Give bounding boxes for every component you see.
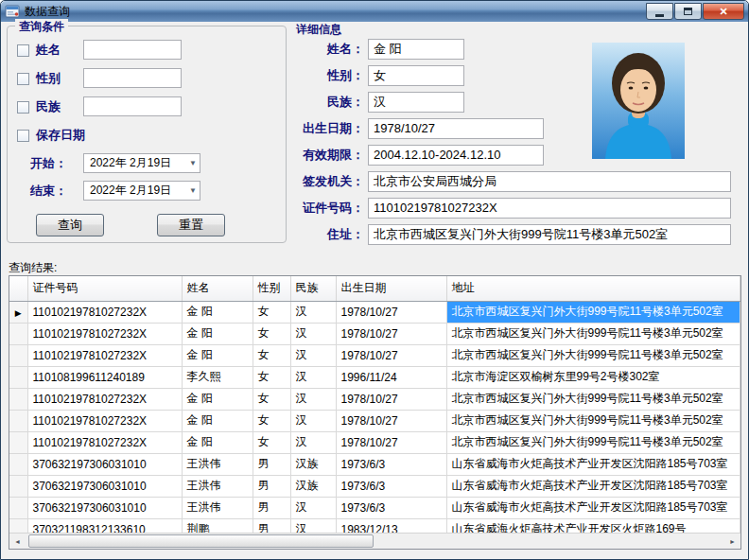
grid-cell[interactable]: 汉 — [290, 344, 336, 366]
grid-cell[interactable]: 女 — [253, 431, 290, 453]
grid-cell[interactable]: 汉 — [290, 410, 336, 431]
grid-cell[interactable]: 北京市西城区复兴门外大街999号院11号楼3单元502室 — [446, 431, 740, 453]
grid-cell[interactable]: 女 — [253, 366, 290, 388]
grid-cell[interactable]: 女 — [253, 344, 290, 366]
grid-cell[interactable]: 汉 — [290, 431, 336, 453]
grid-cell[interactable]: 汉族 — [290, 475, 336, 497]
table-row[interactable]: 11010219781027232X金 阳女汉1978/10/27北京市西城区复… — [9, 410, 740, 431]
grid-cell[interactable]: 北京市西城区复兴门外大街999号院11号楼3单元502室 — [446, 323, 740, 344]
grid-cell[interactable]: 金 阳 — [182, 388, 253, 410]
grid-cell[interactable]: 汉 — [290, 518, 336, 533]
grid-cell[interactable]: 1978/10/27 — [336, 431, 446, 453]
close-button[interactable]: ✕ — [703, 3, 744, 20]
reset-button[interactable]: 重置 — [157, 214, 225, 236]
table-row[interactable]: 370632197306031010王洪伟男汉1973/6/3山东省威海市火炬高… — [9, 497, 740, 518]
row-selector-cell[interactable] — [9, 323, 27, 344]
row-selector-cell[interactable] — [9, 431, 27, 453]
grid-cell[interactable]: 370632197306031010 — [27, 453, 182, 475]
table-row[interactable]: 370632197306031010王洪伟男汉族1973/6/3山东省威海市火炬… — [9, 453, 740, 475]
grid-cell[interactable]: 男 — [253, 518, 290, 533]
table-row[interactable]: 11010219781027232X金 阳女汉1978/10/27北京市西城区复… — [9, 323, 740, 344]
gender-filter-input[interactable] — [83, 68, 182, 88]
grid-cell[interactable]: 王洪伟 — [182, 453, 253, 475]
grid-cell[interactable]: 男 — [253, 453, 290, 475]
grid-cell[interactable]: 北京市西城区复兴门外大街999号院11号楼3单元502室 — [446, 388, 740, 410]
table-row[interactable]: 370321198312133610荆鹏男汉1983/12/13山东省威海火炬高… — [9, 518, 740, 533]
birthdate-field[interactable]: 1978/10/27 — [368, 118, 544, 139]
validity-field[interactable]: 2004.12.10-2024.12.10 — [368, 145, 544, 166]
grid-cell[interactable]: 汉 — [290, 323, 336, 344]
grid-cell[interactable]: 山东省威海市火炬高技术产业开发区沈阳路185号703室 — [446, 497, 740, 518]
table-row[interactable]: 11010219781027232X金 阳女汉1978/10/27北京市西城区复… — [9, 388, 740, 410]
name-field[interactable]: 金 阳 — [368, 39, 464, 60]
grid-cell[interactable]: 汉 — [290, 497, 336, 518]
authority-field[interactable]: 北京市公安局西城分局 — [368, 171, 731, 192]
horizontal-scrollbar[interactable]: ◄ ► — [9, 533, 740, 549]
ethnicity-field[interactable]: 汉 — [368, 92, 464, 113]
save-date-checkbox[interactable] — [17, 130, 29, 142]
grid-cell[interactable]: 11010219781027232X — [27, 431, 182, 453]
grid-cell[interactable]: 金 阳 — [182, 431, 253, 453]
scroll-right-button[interactable]: ► — [724, 534, 740, 549]
grid-cell[interactable]: 汉族 — [290, 453, 336, 475]
grid-cell[interactable]: 王洪伟 — [182, 497, 253, 518]
table-row[interactable]: 11010219781027232X金 阳女汉1978/10/27北京市西城区复… — [9, 431, 740, 453]
row-selector-cell[interactable] — [9, 410, 27, 431]
column-header-id[interactable]: 证件号码 — [27, 276, 182, 301]
gender-field[interactable]: 女 — [368, 65, 464, 86]
grid-cell[interactable]: 1978/10/27 — [336, 344, 446, 366]
grid-cell[interactable]: 男 — [253, 497, 290, 518]
grid-cell[interactable]: 荆鹏 — [182, 518, 253, 533]
grid-cell[interactable]: 1978/10/27 — [336, 301, 446, 323]
grid-cell[interactable]: 王洪伟 — [182, 475, 253, 497]
grid-cell[interactable]: 男 — [253, 475, 290, 497]
grid-cell[interactable]: 370632197306031010 — [27, 475, 182, 497]
end-date-picker[interactable]: 2022年 2月19日 ▼ — [83, 181, 200, 201]
grid-cell[interactable]: 女 — [253, 301, 290, 323]
column-header-gender[interactable]: 性别 — [253, 276, 290, 301]
row-selector-cell[interactable] — [9, 475, 27, 497]
grid-cell[interactable]: 1978/10/27 — [336, 323, 446, 344]
grid-cell[interactable]: 370632197306031010 — [27, 497, 182, 518]
grid-cell[interactable]: 北京市西城区复兴门外大街999号院11号楼3单元502室 — [446, 301, 740, 323]
table-row[interactable]: 110108199611240189李久熙女汉1996/11/24北京市海淀区双… — [9, 366, 740, 388]
gender-checkbox[interactable] — [17, 73, 29, 85]
grid-cell[interactable]: 11010219781027232X — [27, 388, 182, 410]
start-date-picker[interactable]: 2022年 2月19日 ▼ — [83, 153, 200, 173]
grid-cell[interactable]: 11010219781027232X — [27, 301, 182, 323]
grid-cell[interactable]: 李久熙 — [182, 366, 253, 388]
address-field[interactable]: 北京市西城区复兴门外大街999号院11号楼3单元502室 — [368, 224, 731, 245]
table-row[interactable]: 370632197306031010王洪伟男汉族1973/6/3山东省威海市火炬… — [9, 475, 740, 497]
grid-cell[interactable]: 11010219781027232X — [27, 323, 182, 344]
row-selector-cell[interactable] — [9, 497, 27, 518]
grid-cell[interactable]: 1996/11/24 — [336, 366, 446, 388]
grid-cell[interactable]: 山东省威海火炬高技术产业开发区火炬路169号 — [446, 518, 740, 533]
ethnicity-filter-input[interactable] — [83, 96, 182, 116]
row-selector-cell[interactable]: ▶ — [9, 301, 27, 323]
grid-cell[interactable]: 北京市海淀区双榆树东里99号2号楼302室 — [446, 366, 740, 388]
grid-cell[interactable]: 11010219781027232X — [27, 344, 182, 366]
grid-cell[interactable]: 女 — [253, 410, 290, 431]
grid-cell[interactable]: 金 阳 — [182, 301, 253, 323]
column-header-birthdate[interactable]: 出生日期 — [336, 276, 446, 301]
row-selector-cell[interactable] — [9, 366, 27, 388]
table-row[interactable]: ▶11010219781027232X金 阳女汉1978/10/27北京市西城区… — [9, 301, 740, 323]
id-number-field[interactable]: 11010219781027232X — [368, 198, 731, 219]
grid-cell[interactable]: 北京市西城区复兴门外大街999号院11号楼3单元502室 — [446, 410, 740, 431]
column-header-ethnicity[interactable]: 民族 — [290, 276, 336, 301]
grid-cell[interactable]: 女 — [253, 388, 290, 410]
grid-cell[interactable]: 金 阳 — [182, 410, 253, 431]
titlebar[interactable]: 数据查询 ✕ — [1, 1, 748, 22]
column-header-name[interactable]: 姓名 — [182, 276, 253, 301]
grid-cell[interactable]: 1973/6/3 — [336, 497, 446, 518]
scroll-thumb[interactable] — [28, 534, 374, 548]
row-selector-cell[interactable] — [9, 388, 27, 410]
grid-cell[interactable]: 1978/10/27 — [336, 388, 446, 410]
minimize-button[interactable] — [646, 3, 673, 20]
grid-cell[interactable]: 汉 — [290, 366, 336, 388]
query-button[interactable]: 查询 — [36, 214, 104, 236]
grid-cell[interactable]: 1973/6/3 — [336, 475, 446, 497]
grid-cell[interactable]: 汉 — [290, 388, 336, 410]
name-checkbox[interactable] — [17, 44, 29, 57]
grid-cell[interactable]: 金 阳 — [182, 344, 253, 366]
